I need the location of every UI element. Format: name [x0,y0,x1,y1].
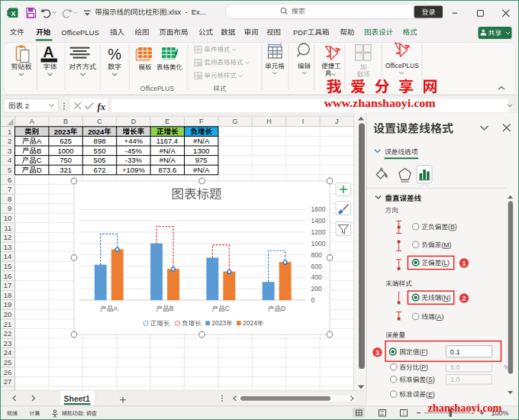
svg-text:+109%: +109% [122,166,145,174]
svg-text:.xlsx - Ex...: .xlsx - Ex... [167,8,206,16]
svg-text:8: 8 [8,195,11,203]
svg-text:(L): (L) [441,259,450,267]
svg-text:505: 505 [94,156,106,164]
svg-text:600: 600 [311,263,322,270]
svg-text:5.0: 5.0 [450,363,460,371]
svg-text:24: 24 [4,348,12,357]
svg-text:2024: 2024 [88,128,105,136]
svg-text:1167.4: 1167.4 [156,137,178,145]
svg-text:873.6: 873.6 [158,166,176,174]
svg-text:21: 21 [4,320,12,328]
svg-text:1000: 1000 [58,147,74,155]
svg-text:22: 22 [4,329,12,338]
svg-text:0: 0 [311,296,315,304]
svg-text:C: C [225,305,230,312]
svg-text:F: F [199,118,204,125]
svg-text:OfficePLUS: OfficePLUS [385,62,420,69]
svg-text:1400: 1400 [311,217,326,225]
svg-text:zhanshaoyi.com: zhanshaoyi.com [428,402,502,414]
svg-text:5: 5 [8,166,11,174]
svg-text:+44%: +44% [124,137,143,145]
svg-text:1600: 1600 [311,205,326,213]
svg-text:1200: 1200 [311,228,326,236]
svg-text:2023: 2023 [211,319,226,327]
svg-text:A: A [37,137,42,145]
svg-text:17: 17 [4,281,12,289]
svg-text:E: E [165,118,169,125]
svg-text:9: 9 [8,204,11,212]
svg-text:19: 19 [4,300,12,309]
svg-text:25: 25 [4,358,12,367]
svg-text:10: 10 [4,214,12,222]
svg-text:fx: fx [98,102,105,112]
svg-text:(B): (B) [448,223,457,231]
svg-text:898: 898 [94,137,106,145]
svg-text:A: A [113,305,118,312]
svg-text:12: 12 [4,233,12,241]
svg-text:D: D [131,118,137,125]
svg-text:23: 23 [4,339,12,347]
svg-text:#N/A: #N/A [193,137,210,145]
svg-text:www.zhanshaoyi.com: www.zhanshaoyi.com [324,98,436,109]
svg-text:B: B [169,305,174,312]
svg-text:2: 2 [8,137,11,145]
svg-text:3: 3 [376,349,379,357]
svg-text:2: 2 [462,295,466,302]
svg-text:550: 550 [94,147,106,155]
svg-text:321: 321 [60,166,72,174]
svg-text:16: 16 [4,272,12,280]
svg-text:672: 672 [94,166,106,174]
svg-text:-45%: -45% [125,147,143,155]
svg-text:X: X [11,9,16,18]
svg-text:(A): (A) [435,313,444,321]
svg-text:0.1: 0.1 [450,347,460,356]
svg-text:D: D [37,166,42,174]
svg-text:(S): (S) [426,376,435,383]
svg-text:2024: 2024 [243,319,257,327]
svg-text:18: 18 [4,291,12,299]
svg-text:6: 6 [8,176,11,184]
svg-text:2023: 2023 [54,128,70,136]
svg-text:3: 3 [8,147,11,155]
svg-text:1300: 1300 [193,147,209,155]
svg-text:#N/A: #N/A [160,147,176,155]
svg-text:C: C [97,118,102,125]
svg-text:1000: 1000 [311,240,326,247]
svg-text:4: 4 [8,156,11,164]
svg-text:(F): (F) [419,348,427,356]
svg-text:975: 975 [195,156,208,164]
svg-text:11: 11 [4,224,11,232]
svg-text:A: A [30,118,34,125]
svg-text:800: 800 [311,251,322,259]
svg-text:13: 13 [4,243,12,251]
svg-text:-33%: -33% [125,156,143,164]
svg-text:750: 750 [60,156,72,164]
svg-text:Sheet1: Sheet1 [63,394,90,403]
svg-text:(M): (M) [441,241,451,249]
svg-text:(P): (P) [419,363,428,371]
svg-text::: : [83,411,86,416]
svg-text:#N/A: #N/A [193,166,210,174]
svg-text:C: C [37,156,42,164]
svg-text:1.0: 1.0 [450,376,460,383]
svg-text:J: J [335,118,339,125]
svg-text:H: H [266,118,272,125]
svg-text:400: 400 [311,273,322,281]
svg-text:26: 26 [4,368,12,376]
svg-text:%: % [108,46,121,63]
svg-text:7: 7 [8,185,11,193]
svg-text:A: A [43,44,53,60]
svg-text:OfficePLUS: OfficePLUS [140,85,175,92]
svg-text:20: 20 [4,310,12,318]
svg-text:1: 1 [462,260,466,267]
svg-text:#N/A: #N/A [160,156,176,164]
svg-text:B: B [63,118,68,125]
svg-text:(E): (E) [426,391,435,399]
svg-text:14: 14 [4,252,12,260]
svg-text:B: B [37,147,41,155]
svg-text:625: 625 [60,137,72,145]
svg-text:G: G [233,118,238,125]
svg-text:1: 1 [8,128,11,136]
svg-text:15: 15 [4,262,12,270]
svg-text:200: 200 [311,285,322,292]
